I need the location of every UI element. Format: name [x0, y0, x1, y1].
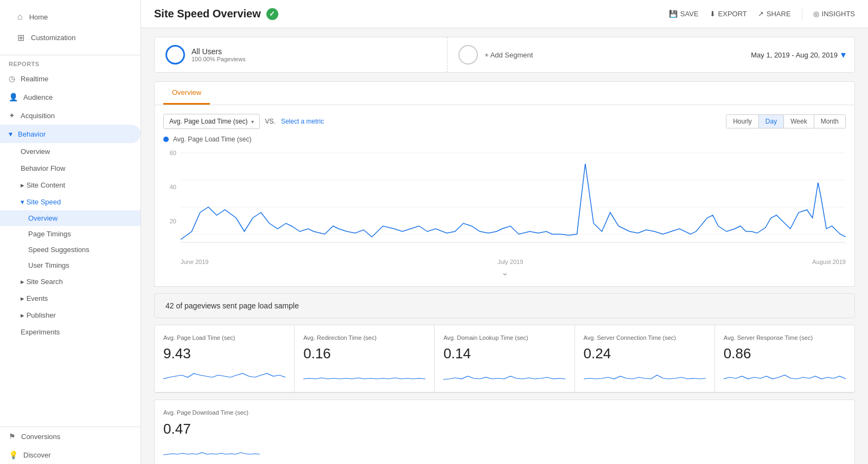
tabs-bar: Overview	[154, 81, 855, 105]
metric-card-2-value: 0.14	[443, 345, 565, 362]
metric-card-row2-0-value: 0.47	[163, 421, 260, 437]
legend-dot	[163, 137, 169, 142]
sidebar-sub-events[interactable]: ▸ Events	[0, 290, 141, 307]
reports-section-label: REPORTS	[0, 55, 141, 69]
date-range-text: May 1, 2019 - Aug 20, 2019	[751, 51, 838, 59]
segment-circle-blue	[165, 45, 185, 65]
sidebar-item-customization[interactable]: ⊞ Customization	[9, 27, 132, 48]
metric-card-0-value: 9.43	[163, 345, 285, 362]
sparkline-row2-0	[163, 441, 260, 457]
sidebar-sub-experiments[interactable]: Experiments	[0, 324, 141, 340]
stats-summary: 42 of pageviews sent page load sample	[154, 293, 855, 318]
sidebar-item-home[interactable]: ⌂ Home	[9, 7, 132, 27]
chart-container: 60 40 20	[163, 147, 846, 265]
flag-icon: ⚑	[9, 432, 16, 441]
metric-card-row2-0: Avg. Page Download Time (sec) 0.47	[155, 400, 269, 464]
sidebar-sub-sub-page-timings[interactable]: Page Timings	[0, 226, 141, 242]
sidebar-sub-site-speed[interactable]: ▾ Site Speed	[0, 194, 141, 210]
metric-card-0-label: Avg. Page Load Time (sec)	[163, 334, 285, 342]
sidebar-item-discover[interactable]: 💡 Discover	[0, 446, 141, 464]
share-button[interactable]: ↗ SHARE	[758, 10, 791, 18]
metric-card-3-value: 0.24	[584, 345, 706, 362]
metric-card-4-label: Avg. Server Response Time (sec)	[724, 334, 846, 342]
tab-overview[interactable]: Overview	[163, 82, 210, 105]
chart-controls: Avg. Page Load Time (sec) ▾ VS. Select a…	[163, 114, 846, 129]
x-axis: June 2019 July 2019 August 2019	[181, 257, 846, 265]
expand-icon-3: ▸	[21, 294, 27, 302]
clock-icon: ◷	[9, 74, 15, 83]
sidebar-item-realtime[interactable]: ◷ Realtime	[0, 69, 141, 88]
metric-card-1: Avg. Redirection Time (sec) 0.16	[295, 325, 435, 392]
segment-circle-gray	[458, 45, 478, 65]
sidebar-sub-behavior-flow[interactable]: Behavior Flow	[0, 160, 141, 177]
sidebar-item-audience[interactable]: 👤 Audience	[0, 88, 141, 106]
sparkline-3	[584, 365, 706, 382]
sidebar-sub-overview[interactable]: Overview	[0, 143, 141, 160]
save-icon: 💾	[669, 10, 678, 18]
content-area: All Users 100.00% Pageviews + Add Segmen…	[141, 28, 868, 464]
metric-dropdown[interactable]: Avg. Page Load Time (sec) ▾	[163, 114, 260, 129]
chevron-down-icon: ▾	[251, 119, 254, 125]
time-btn-hourly[interactable]: Hourly	[726, 115, 759, 128]
select-metric-link[interactable]: Select a metric	[281, 118, 324, 125]
verified-badge: ✓	[266, 8, 278, 20]
expand-icon-4: ▸	[21, 311, 27, 319]
chart-expand-handle[interactable]: ⌄	[163, 267, 846, 278]
vs-label: VS.	[265, 118, 276, 125]
sidebar-sub-publisher[interactable]: ▸ Publisher	[0, 307, 141, 324]
page-header: Site Speed Overview ✓ 💾 SAVE ⬇ EXPORT ↗ …	[141, 0, 868, 28]
expand-icon-2: ▸	[21, 278, 27, 286]
metric-card-3-label: Avg. Server Connection Time (sec)	[584, 334, 706, 342]
date-dropdown-icon[interactable]: ▾	[841, 49, 846, 61]
sparkline-4	[724, 365, 846, 382]
sidebar-item-behavior[interactable]: ▾ Behavior	[0, 125, 141, 143]
metric-card-2-label: Avg. Domain Lookup Time (sec)	[443, 334, 565, 342]
metric-card-3: Avg. Server Connection Time (sec) 0.24	[575, 325, 715, 392]
chart-section: Avg. Page Load Time (sec) ▾ VS. Select a…	[154, 105, 855, 287]
sidebar-bottom: ⚑ Conversions 💡 Discover	[0, 427, 141, 464]
sparkline-1	[303, 365, 425, 382]
sidebar-sub-sub-user-timings[interactable]: User Timings	[0, 257, 141, 273]
behavior-icon: ▾	[9, 130, 12, 138]
time-btn-week[interactable]: Week	[784, 115, 814, 128]
save-button[interactable]: 💾 SAVE	[669, 10, 699, 18]
insights-icon: ◎	[813, 10, 819, 18]
metric-card-0: Avg. Page Load Time (sec) 9.43	[155, 325, 295, 392]
expand-icon: ▸	[21, 181, 27, 189]
metric-card-4: Avg. Server Response Time (sec) 0.86	[715, 325, 854, 392]
sidebar-sub-site-search[interactable]: ▸ Site Search	[0, 273, 141, 290]
acquisition-icon: ✦	[9, 111, 15, 120]
metric-card-1-label: Avg. Redirection Time (sec)	[303, 334, 425, 342]
metric-card-row2-0-label: Avg. Page Download Time (sec)	[163, 409, 260, 417]
insights-button[interactable]: ◎ INSIGHTS	[813, 10, 855, 18]
collapse-icon: ▾	[21, 198, 27, 206]
sparkline-2	[443, 365, 565, 382]
date-range-selector[interactable]: May 1, 2019 - Aug 20, 2019 ▾	[751, 37, 846, 72]
chart-legend: Avg. Page Load Time (sec)	[163, 136, 846, 143]
sparkline-0	[163, 365, 285, 382]
sidebar-sub-sub-speed-suggestions[interactable]: Speed Suggestions	[0, 242, 141, 257]
header-actions: 💾 SAVE ⬇ EXPORT ↗ SHARE ◎ INSIGHTS	[669, 9, 855, 20]
metric-selector: Avg. Page Load Time (sec) ▾ VS. Select a…	[163, 114, 324, 129]
metric-card-4-value: 0.86	[724, 345, 846, 362]
segment-all-users[interactable]: All Users 100.00% Pageviews	[155, 37, 448, 72]
export-button[interactable]: ⬇ EXPORT	[710, 10, 747, 18]
time-btn-month[interactable]: Month	[814, 115, 845, 128]
sidebar-item-acquisition[interactable]: ✦ Acquisition	[0, 106, 141, 125]
time-btn-day[interactable]: Day	[759, 115, 784, 128]
home-icon: ⌂	[17, 12, 23, 22]
lightbulb-icon: 💡	[9, 450, 18, 459]
main-chart-svg	[181, 147, 846, 256]
metric-card-2: Avg. Domain Lookup Time (sec) 0.14	[435, 325, 575, 392]
sidebar-item-conversions[interactable]: ⚑ Conversions	[0, 427, 141, 446]
sidebar: ⌂ Home ⊞ Customization REPORTS ◷ Realtim…	[0, 0, 141, 464]
grid-icon: ⊞	[17, 33, 24, 43]
time-buttons: Hourly Day Week Month	[726, 114, 846, 128]
metric-card-1-value: 0.16	[303, 345, 425, 362]
sidebar-sub-site-content[interactable]: ▸ Site Content	[0, 177, 141, 194]
segment-add-button[interactable]: + Add Segment	[448, 37, 740, 72]
export-icon: ⬇	[710, 10, 716, 18]
person-icon: 👤	[9, 93, 18, 101]
sidebar-sub-sub-overview[interactable]: Overview	[0, 210, 141, 226]
main-content: Site Speed Overview ✓ 💾 SAVE ⬇ EXPORT ↗ …	[141, 0, 868, 464]
